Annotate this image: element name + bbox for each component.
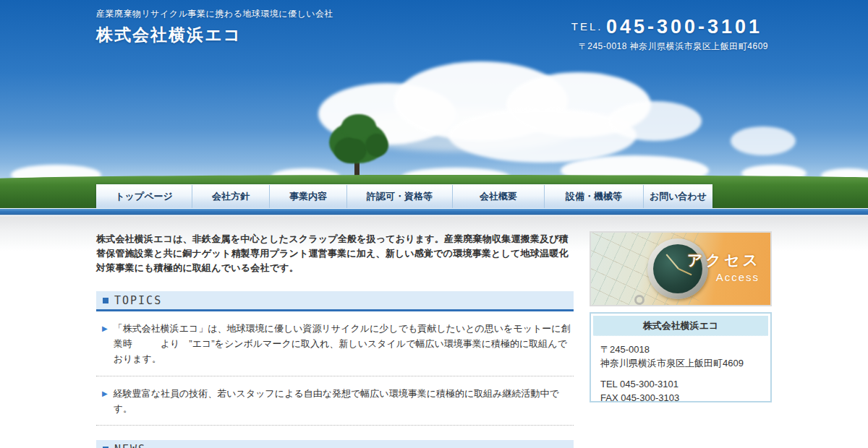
company-tel: TEL 045-300-3101 (600, 378, 761, 392)
access-banner-title: アクセス (687, 250, 761, 270)
arrow-icon: ▶ (102, 322, 108, 366)
nav-item-company[interactable]: 会社概要 (452, 185, 544, 208)
company-address: 神奈川県横浜市泉区上飯田町4609 (600, 357, 761, 371)
news-header: NEWS (96, 440, 574, 448)
page: 産業廃棄物リサイクル事業に携わる地球環境に優しい会社 株式会社横浜エコ TEL.… (0, 0, 868, 448)
square-bullet-icon (103, 298, 109, 303)
site-tagline: 産業廃棄物リサイクル事業に携わる地球環境に優しい会社 (96, 8, 333, 20)
tel-number: 045-300-3101 (606, 16, 762, 38)
company-fax: FAX 045-300-3103 (600, 392, 761, 405)
topics-title: TOPICS (114, 294, 162, 307)
site-title[interactable]: 株式会社横浜エコ (96, 24, 333, 46)
access-banner[interactable]: アクセス Access (590, 231, 772, 306)
intro-paragraph: 株式会社横浜エコは、非鉄金属を中心としたスクラップ全般を扱っております。産業廃棄… (96, 232, 574, 275)
company-postal: 〒245-0018 (600, 343, 761, 357)
tel-label: TEL. (571, 20, 603, 33)
compass-hand (666, 254, 679, 269)
access-banner-subtitle: Access (716, 271, 760, 283)
main-nav: トップページ 会社方針 事業内容 許認可・資格等 会社概要 設備・機械等 お問い… (96, 184, 712, 208)
main-column: 株式会社横浜エコは、非鉄金属を中心としたスクラップ全般を扱っております。産業廃棄… (96, 232, 574, 448)
spacer (600, 371, 761, 378)
company-info-title: 株式会社横浜エコ (593, 316, 768, 336)
arrow-icon: ▶ (102, 387, 108, 417)
tree (365, 134, 388, 157)
list-item: ▶ 経験豊富な社員の技術、若いスタッフによる自由な発想で幅広い環境事業に積極的に… (96, 376, 574, 426)
nav-item-contact[interactable]: お問い合わせ (643, 185, 712, 208)
header-address: 〒245-0018 神奈川県横浜市泉区上飯田町4609 (571, 40, 768, 53)
topics-list: ▶ 「株式会社横浜エコ」は、地球環境に優しい資源リサイクルに少しでも貢献したいと… (96, 311, 574, 426)
divider-bar (0, 208, 868, 215)
topic-text: 経験豊富な社員の技術、若いスタッフによる自由な発想で幅広い環境事業に積極的に取組… (114, 387, 571, 417)
tree (334, 137, 367, 163)
nav-item-licenses[interactable]: 許認可・資格等 (346, 185, 452, 208)
nav-item-policy[interactable]: 会社方針 (192, 185, 269, 208)
company-info-box: 株式会社横浜エコ 〒245-0018 神奈川県横浜市泉区上飯田町4609 TEL… (590, 312, 772, 402)
compass-crown (634, 295, 644, 305)
hero-photo: 産業廃棄物リサイクル事業に携わる地球環境に優しい会社 株式会社横浜エコ TEL.… (0, 0, 868, 208)
company-info-body: 〒245-0018 神奈川県横浜市泉区上飯田町4609 TEL 045-300-… (593, 336, 768, 412)
cloud-shape (608, 101, 702, 141)
nav-item-top[interactable]: トップページ (96, 185, 192, 208)
site-identity: 産業廃棄物リサイクル事業に携わる地球環境に優しい会社 株式会社横浜エコ (96, 8, 333, 46)
header-tel: TEL. 045-300-3101 (571, 16, 768, 38)
nav-item-equipment[interactable]: 設備・機械等 (544, 185, 643, 208)
list-item: ▶ 「株式会社横浜エコ」は、地球環境に優しい資源リサイクルに少しでも貢献したいと… (96, 311, 574, 376)
topics-header: TOPICS (96, 291, 574, 311)
nav-item-business[interactable]: 事業内容 (269, 185, 346, 208)
header-contact: TEL. 045-300-3101 〒245-0018 神奈川県横浜市泉区上飯田… (571, 16, 768, 53)
news-title: NEWS (114, 443, 146, 448)
topic-text: 「株式会社横浜エコ」は、地球環境に優しい資源リサイクルに少しでも貢献したいとの思… (114, 322, 571, 366)
cloud-shape (731, 126, 796, 155)
